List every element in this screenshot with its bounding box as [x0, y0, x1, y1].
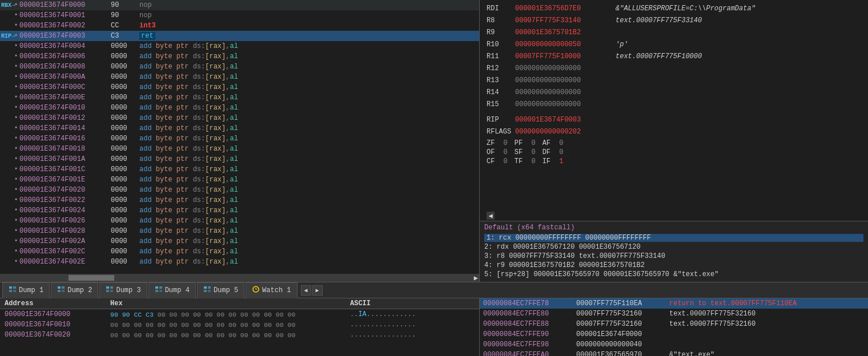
disasm-row[interactable]: •000001E3674F00260000add byte ptr ds:[ra…	[0, 216, 479, 226]
disasm-hex: 0000	[111, 248, 139, 256]
disasm-address: 000001E3674F0026	[19, 217, 111, 225]
tab-dump-1[interactable]: Dump 1	[2, 282, 50, 298]
reg-value: 000001E3675701B2	[515, 29, 606, 37]
disasm-hex: 0000	[111, 135, 139, 143]
disasm-bullet: •	[13, 196, 19, 204]
rflags-value: 0000000000000202	[515, 128, 606, 136]
disasm-instruction: nop	[139, 11, 478, 19]
disasm-address: 000001E3674F0028	[19, 227, 111, 235]
register-row: R150000000000000000	[487, 99, 861, 110]
tab-prev-button[interactable]: ◀	[301, 285, 311, 296]
tab-next-button[interactable]: ▶	[312, 285, 323, 296]
disasm-address: 000001E3674F002E	[19, 258, 111, 266]
reg-hint: text.00007FF775F33140	[616, 17, 702, 25]
dump-rows[interactable]: 000001E3674F000090 90 CC C3 00 00 00 00 …	[0, 309, 479, 356]
stack-row[interactable]: 00000084EC7FFEA0 000001E367565970&"text.…	[480, 350, 868, 356]
disasm-row[interactable]: •000001E3674F00120000add byte ptr ds:[ra…	[0, 113, 479, 123]
disasm-row[interactable]: •000001E3674F00160000add byte ptr ds:[ra…	[0, 134, 479, 144]
stack-row-hint: return to text.00007FF775F110EA	[669, 300, 797, 308]
disasm-row[interactable]: •000001E3674F00040000add byte ptr ds:[ra…	[0, 41, 479, 51]
dump-row[interactable]: 000001E3674F001000 00 00 00 00 00 00 00 …	[0, 319, 479, 330]
tab-dump-2[interactable]: Dump 2	[51, 282, 98, 298]
disasm-row[interactable]: •000001E3674F00200000add byte ptr ds:[ra…	[0, 185, 479, 195]
disasm-bullet: •	[13, 83, 19, 91]
stack-rows[interactable]: 00000084EC7FFE78 00007FF775F110EAreturn …	[480, 298, 868, 356]
disasm-row[interactable]: •000001E3674F002E0000add byte ptr ds:[ra…	[0, 257, 479, 267]
disasm-row[interactable]: •000001E3674F001E0000add byte ptr ds:[ra…	[0, 175, 479, 185]
dump-row-address: 000001E3674F0000	[5, 310, 110, 318]
disasm-address: 000001E3674F0004	[19, 42, 111, 50]
disasm-row[interactable]: •000001E3674F001A0000add byte ptr ds:[ra…	[0, 154, 479, 164]
disasm-bullet: •	[13, 176, 19, 184]
disasm-row[interactable]: •000001E3674F000C0000add byte ptr ds:[ra…	[0, 82, 479, 92]
stack-row-address: 00000084EC7FFE90	[483, 330, 572, 338]
disasm-row[interactable]: •000001E3674F00280000add byte ptr ds:[ra…	[0, 226, 479, 236]
disasm-row[interactable]: •000001E3674F00100000add byte ptr ds:[ra…	[0, 103, 479, 113]
disasm-row[interactable]: •000001E3674F000190nop	[0, 10, 479, 21]
disasm-row[interactable]: •000001E3674F002A0000add byte ptr ds:[ra…	[0, 236, 479, 246]
disasm-instruction: add byte ptr ds:[rax],al	[139, 104, 478, 112]
dump-row-ascii: ................	[350, 331, 475, 339]
stack-row[interactable]: 00000084EC7FFE78 00007FF775F110EAreturn …	[480, 298, 868, 309]
tab-label: Watch 1	[262, 286, 291, 294]
disasm-row[interactable]: •000001E3674F00180000add byte ptr ds:[ra…	[0, 144, 479, 154]
disasm-row[interactable]: •000001E3674F002C0000add byte ptr ds:[ra…	[0, 246, 479, 257]
stack-row[interactable]: 00000084EC7FFE90 000001E3674F0000	[480, 329, 868, 339]
disasm-row[interactable]: •000001E3674F000E0000add byte ptr ds:[ra…	[0, 92, 479, 103]
tab-dump-4[interactable]: Dump 4	[148, 282, 196, 298]
flag-pf: PF 0	[515, 139, 536, 147]
tab-icon	[155, 286, 163, 295]
dump-row[interactable]: 000001E3674F002000 00 00 00 00 00 00 00 …	[0, 330, 479, 340]
disasm-row[interactable]: •000001E3674F00060000add byte ptr ds:[ra…	[0, 51, 479, 62]
args-row: 5: [rsp+28] 000001E367565970 000001E3675…	[484, 270, 863, 278]
disasm-hex: 0000	[111, 94, 139, 102]
tab-dump-3[interactable]: Dump 3	[99, 282, 147, 298]
tab-watch-1[interactable]: Watch 1	[246, 282, 297, 298]
stack-row[interactable]: 00000084EC7FFE80 00007FF775F32160text.00…	[480, 309, 868, 319]
right-panel: RDI000001E36756D7E0&"ALLUSERSPROFILE=C:\…	[480, 0, 868, 282]
flags-row-3: CF 0 TF 0 IF 1	[487, 157, 861, 165]
tab-icon	[57, 286, 65, 295]
tab-bar: Dump 1Dump 2Dump 3Dump 4Dump 5Watch 1 ◀ …	[0, 282, 868, 298]
svg-rect-19	[208, 290, 211, 292]
dump-header: Address Hex ASCII	[0, 298, 479, 309]
svg-rect-18	[204, 290, 207, 292]
disasm-address: 000001E3674F000E	[19, 94, 111, 102]
disasm-address: 000001E3674F001A	[19, 155, 111, 163]
disasm-address: 000001E3674F001C	[19, 165, 111, 173]
tab-dump-5[interactable]: Dump 5	[197, 282, 244, 298]
disasm-address: 000001E3674F001E	[19, 176, 111, 184]
svg-rect-12	[155, 286, 158, 289]
stack-row[interactable]: 00000084EC7FFE98 0000000000000040	[480, 339, 868, 350]
reg-name: R14	[487, 88, 515, 96]
tab-label: Dump 1	[19, 286, 43, 294]
tab-icon	[252, 286, 260, 295]
top-section: RBX→•000001E3674F000090nop•000001E3674F0…	[0, 0, 868, 282]
main-layout: RBX→•000001E3674F000090nop•000001E3674F0…	[0, 0, 868, 356]
disasm-row[interactable]: •000001E3674F00080000add byte ptr ds:[ra…	[0, 62, 479, 72]
disasm-instruction: add byte ptr ds:[rax],al	[139, 165, 478, 173]
disasm-hscrollbar[interactable]: ▶	[0, 274, 479, 282]
tab-icon	[9, 286, 17, 295]
disasm-row[interactable]: •000001E3674F0002CCint3	[0, 21, 479, 31]
disasm-row[interactable]: •000001E3674F00220000add byte ptr ds:[ra…	[0, 195, 479, 205]
disasm-instruction: nop	[139, 1, 478, 9]
disasm-row[interactable]: •000001E3674F00240000add byte ptr ds:[ra…	[0, 205, 479, 216]
rflags-row: RFLAGS0000000000000202	[487, 127, 861, 137]
disasm-row[interactable]: •000001E3674F00140000add byte ptr ds:[ra…	[0, 123, 479, 134]
svg-rect-8	[106, 286, 109, 289]
stack-row[interactable]: 00000084EC7FFE88 00007FF775F32160text.00…	[480, 319, 868, 329]
disasm-row[interactable]: •000001E3674F000A0000add byte ptr ds:[ra…	[0, 72, 479, 82]
disasm-instruction: add byte ptr ds:[rax],al	[139, 176, 478, 184]
disasm-bullet: •	[13, 114, 19, 122]
disasm-row[interactable]: RBX→•000001E3674F000090nop	[0, 0, 479, 10]
disasm-instruction: add byte ptr ds:[rax],al	[139, 83, 478, 91]
disasm-scroll[interactable]: RBX→•000001E3674F000090nop•000001E3674F0…	[0, 0, 479, 274]
flag-tf: TF 0	[515, 157, 536, 165]
stack-row-address: 00000084EC7FFE78	[483, 300, 572, 308]
disasm-row[interactable]: •000001E3674F001C0000add byte ptr ds:[ra…	[0, 164, 479, 175]
left-caret-button[interactable]: ◀	[487, 212, 495, 220]
rflags-name: RFLAGS	[487, 128, 515, 136]
disasm-row[interactable]: RIP→•000001E3674F0003C3ret	[0, 31, 479, 41]
dump-row[interactable]: 000001E3674F000090 90 CC C3 00 00 00 00 …	[0, 309, 479, 319]
